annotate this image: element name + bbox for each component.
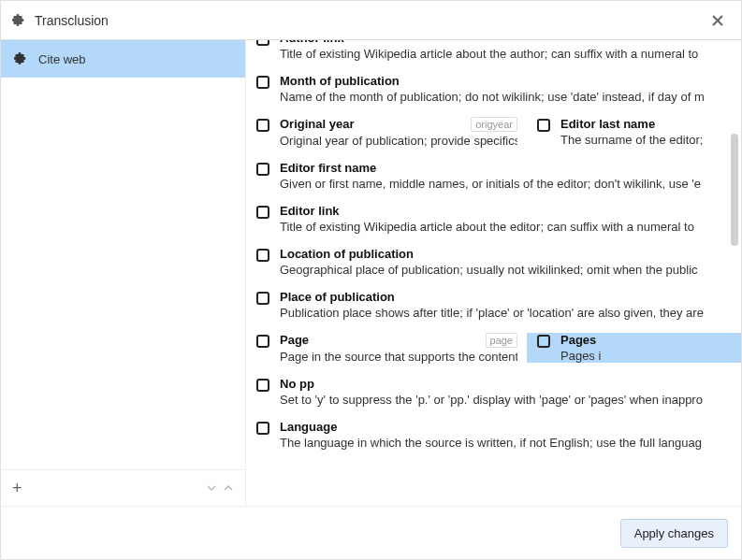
param-label-row: Editor link <box>280 204 732 218</box>
transclusion-dialog: Transclusion Cite web + <box>0 0 742 560</box>
param-label: Editor first name <box>280 161 376 175</box>
param-body: Author linkTitle of existing Wikipedia a… <box>280 40 741 61</box>
checkbox-icon <box>256 76 269 89</box>
param-checkbox[interactable] <box>246 74 280 89</box>
param-col-right: Editor last nameThe surname of the edito… <box>527 117 741 147</box>
checkbox-icon <box>256 119 269 132</box>
param-col-left: Original yearorigyearOriginal year of pu… <box>246 117 527 148</box>
param-checkbox[interactable] <box>246 290 280 305</box>
param-description: Title of existing Wikipedia article abou… <box>280 220 732 234</box>
param-label-row: Location of publication <box>280 247 732 261</box>
param-row: No ppSet to 'y' to suppress the 'p.' or … <box>246 371 741 414</box>
param-body: Place of publicationPublication place sh… <box>280 290 741 320</box>
param-description: Set to 'y' to suppress the 'p.' or 'pp.'… <box>280 393 732 407</box>
parameters-panel: Author linkTitle of existing Wikipedia a… <box>246 40 741 506</box>
param-row: Editor first nameGiven or first name, mi… <box>246 155 741 198</box>
param-label-row: Author link <box>280 40 732 45</box>
param-label-row: Editor first name <box>280 161 732 175</box>
param-row: Location of publicationGeographical plac… <box>246 241 741 284</box>
arrow-down-icon[interactable] <box>206 482 217 494</box>
dialog-title: Transclusion <box>35 13 706 28</box>
close-icon <box>709 12 726 29</box>
param-description: Publication place shows after title; if … <box>280 306 732 320</box>
param-description: Page in the source that supports the con… <box>280 350 517 364</box>
param-alias-tag: page <box>486 333 517 348</box>
puzzle-icon <box>12 13 27 28</box>
param-row: PagepagePage in the source that supports… <box>246 327 741 371</box>
dialog-body: Cite web + Author linkTitle of existing … <box>1 40 741 506</box>
param-label: Page <box>280 333 309 347</box>
param-body: PagepagePage in the source that supports… <box>280 333 527 364</box>
checkbox-icon <box>256 335 269 348</box>
puzzle-icon <box>14 51 29 66</box>
param-body: PagesPages i <box>560 333 741 363</box>
param-checkbox[interactable] <box>246 117 280 132</box>
param-checkbox[interactable] <box>246 40 280 46</box>
scrollbar[interactable] <box>731 134 738 246</box>
param-description: The surname of the editor; <box>560 133 732 147</box>
param-body: LanguageThe language in which the source… <box>280 420 741 450</box>
param-label: Place of publication <box>280 290 395 304</box>
sidebar-list: Cite web <box>1 40 245 469</box>
param-checkbox[interactable] <box>246 161 280 176</box>
param-row: Original yearorigyearOriginal year of pu… <box>246 111 741 155</box>
param-checkbox[interactable] <box>527 333 560 348</box>
param-label-row: Pagepage <box>280 333 517 348</box>
param-description: Geographical place of publication; usual… <box>280 263 732 277</box>
param-col-left: PagepagePage in the source that supports… <box>246 333 527 364</box>
param-checkbox[interactable] <box>246 333 280 348</box>
param-body: Editor last nameThe surname of the edito… <box>560 117 741 147</box>
param-body: No ppSet to 'y' to suppress the 'p.' or … <box>280 377 741 407</box>
param-body: Editor first nameGiven or first name, mi… <box>280 161 741 191</box>
param-label: Month of publication <box>280 74 400 88</box>
param-label: Author link <box>280 40 344 45</box>
close-button[interactable] <box>706 8 730 33</box>
dialog-header: Transclusion <box>1 1 741 40</box>
param-label: Language <box>280 420 337 434</box>
param-label-row: Editor last name <box>560 117 732 131</box>
param-label: Pages <box>560 333 596 347</box>
param-description: The language in which the source is writ… <box>280 436 732 450</box>
param-alias-tag: origyear <box>471 117 517 132</box>
arrow-up-icon[interactable] <box>223 482 234 494</box>
param-body: Editor linkTitle of existing Wikipedia a… <box>280 204 741 234</box>
checkbox-icon <box>256 206 269 219</box>
sidebar-footer: + <box>1 469 245 506</box>
reorder-arrows <box>206 482 234 494</box>
param-row: Place of publicationPublication place sh… <box>246 284 741 327</box>
checkbox-icon <box>256 422 269 435</box>
param-row: Author linkTitle of existing Wikipedia a… <box>246 40 741 68</box>
param-body: Original yearorigyearOriginal year of pu… <box>280 117 527 148</box>
param-row: LanguageThe language in which the source… <box>246 414 741 457</box>
param-label: Location of publication <box>280 247 414 261</box>
checkbox-icon <box>256 249 269 262</box>
param-label-row: Month of publication <box>280 74 732 88</box>
param-body: Month of publicationName of the month of… <box>280 74 741 104</box>
checkbox-icon <box>256 379 269 392</box>
param-row: Month of publicationName of the month of… <box>246 68 741 111</box>
param-description: Pages i <box>560 349 732 363</box>
param-checkbox[interactable] <box>246 204 280 219</box>
param-row: Editor linkTitle of existing Wikipedia a… <box>246 198 741 241</box>
param-label-row: Place of publication <box>280 290 732 304</box>
sidebar-item-cite-web[interactable]: Cite web <box>1 40 245 78</box>
add-button[interactable]: + <box>12 480 22 496</box>
param-label: Original year <box>280 117 354 131</box>
param-checkbox[interactable] <box>246 377 280 392</box>
param-description: Given or first name, middle names, or in… <box>280 177 732 191</box>
checkbox-icon <box>256 40 269 46</box>
sidebar-item-label: Cite web <box>38 52 86 66</box>
param-label: Editor last name <box>560 117 655 131</box>
param-label-row: Language <box>280 420 732 434</box>
param-label-row: Pages <box>560 333 732 347</box>
param-checkbox[interactable] <box>527 117 560 132</box>
checkbox-icon <box>537 119 550 132</box>
sidebar: Cite web + <box>1 40 246 506</box>
param-checkbox[interactable] <box>246 420 280 435</box>
checkbox-icon <box>537 335 550 348</box>
param-description: Title of existing Wikipedia article abou… <box>280 47 732 61</box>
checkbox-icon <box>256 292 269 305</box>
apply-changes-button[interactable]: Apply changes <box>620 519 728 548</box>
param-description: Name of the month of publication; do not… <box>280 90 732 104</box>
param-checkbox[interactable] <box>246 247 280 262</box>
